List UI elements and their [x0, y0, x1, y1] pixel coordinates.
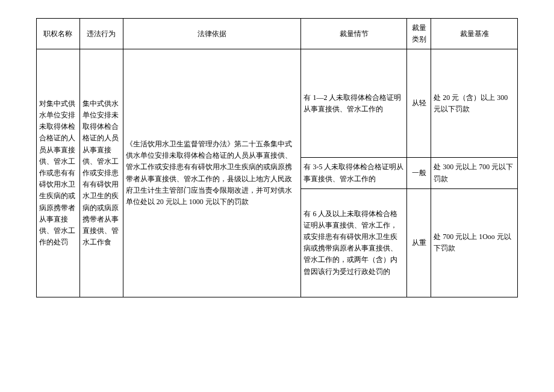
- cell-authority-name: 对集中式供水单位安排未取得体检合格证的人员从事直接供、管水工作或患有有碍饮用水卫…: [37, 49, 80, 297]
- header-category: 裁量类别: [407, 19, 431, 49]
- cell-violation: 集中式供水单位安排未取得体检合格证的人员从事直接供、管水工作或安排患有有碍饮用水…: [79, 49, 123, 297]
- header-circumstance: 裁量情节: [301, 19, 407, 49]
- cell-circumstance: 有 1—2 人未取得体检合格证明从事直接供、管水工作的: [301, 49, 407, 158]
- header-violation: 违法行为: [79, 19, 123, 49]
- table-row: 对集中式供水单位安排未取得体检合格证的人员从事直接供、管水工作或患有有碍饮用水卫…: [37, 49, 518, 158]
- cell-circumstance: 有 6 人及以上未取得体检合格证明从事直接供、管水工作，或安排患有有碍饮用水卫生…: [301, 188, 407, 297]
- table-header-row: 职权名称 违法行为 法律依据 裁量情节 裁量类别 裁量基准: [37, 19, 518, 49]
- cell-legal-basis: 《生活饮用水卫生监督管理办法》第二十五条集中式供水单位安排未取得体检合格证的人员…: [123, 49, 301, 297]
- header-authority-name: 职权名称: [37, 19, 80, 49]
- cell-category: 一般: [407, 158, 431, 188]
- cell-category: 从重: [407, 188, 431, 297]
- cell-category: 从轻: [407, 49, 431, 158]
- cell-standard: 处 700 元以上 1Ooo 元以下罚款: [431, 188, 518, 297]
- cell-circumstance: 有 3-5 人未取得体检合格证明从事直接供、管水工作的: [301, 158, 407, 188]
- cell-standard: 处 300 元以上 700 元以下罚款: [431, 158, 518, 188]
- discretion-table: 职权名称 违法行为 法律依据 裁量情节 裁量类别 裁量基准 对集中式供水单位安排…: [36, 18, 518, 297]
- cell-standard: 处 20 元（含）以上 300 元以下罚款: [431, 49, 518, 158]
- header-legal-basis: 法律依据: [123, 19, 301, 49]
- header-standard: 裁量基准: [431, 19, 518, 49]
